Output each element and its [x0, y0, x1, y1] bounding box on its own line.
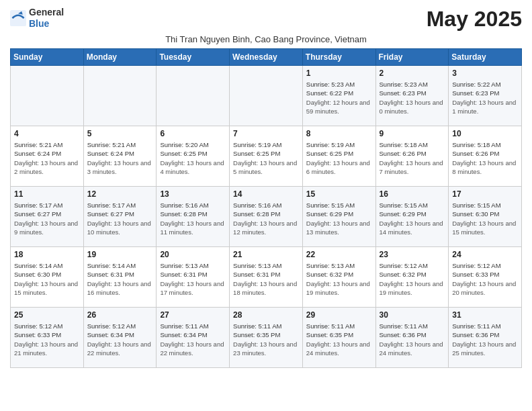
day-number: 6 [160, 129, 226, 138]
calendar-day-cell: 30Sunrise: 5:11 AMSunset: 6:36 PMDayligh… [375, 308, 449, 368]
day-number: 27 [160, 310, 226, 320]
calendar-day-cell: 13Sunrise: 5:16 AMSunset: 6:28 PMDayligh… [157, 187, 230, 247]
day-number: 8 [306, 129, 372, 138]
daylight-label: Daylight: 13 hours and 22 minutes. [160, 340, 224, 357]
day-number: 22 [306, 250, 372, 259]
day-info: Sunrise: 5:12 AMSunset: 6:33 PMDaylight:… [14, 322, 80, 357]
calendar-day-cell: 19Sunrise: 5:14 AMSunset: 6:31 PMDayligh… [83, 247, 157, 308]
calendar-day-cell: 7Sunrise: 5:19 AMSunset: 6:25 PMDaylight… [230, 126, 303, 187]
day-info: Sunrise: 5:17 AMSunset: 6:27 PMDaylight:… [87, 201, 153, 236]
day-info: Sunrise: 5:12 AMSunset: 6:32 PMDaylight:… [380, 261, 445, 297]
calendar-table: SundayMondayTuesdayWednesdayThursdayFrid… [10, 48, 522, 368]
calendar-day-cell [230, 66, 303, 126]
calendar-day-cell: 18Sunrise: 5:14 AMSunset: 6:30 PMDayligh… [11, 247, 84, 308]
day-info: Sunrise: 5:22 AMSunset: 6:23 PMDaylight:… [452, 80, 518, 116]
day-number: 17 [452, 189, 518, 199]
calendar-day-cell: 25Sunrise: 5:12 AMSunset: 6:33 PMDayligh… [11, 308, 84, 368]
daylight-label: Daylight: 13 hours and 15 minutes. [14, 280, 78, 296]
day-number: 20 [160, 250, 226, 259]
day-info: Sunrise: 5:13 AMSunset: 6:32 PMDaylight:… [306, 261, 372, 297]
day-number: 3 [452, 68, 518, 78]
title-block: May 2025 [427, 7, 522, 32]
daylight-label: Daylight: 13 hours and 15 minutes. [452, 220, 516, 236]
weekday-header: Monday [83, 49, 157, 66]
day-number: 19 [87, 250, 153, 259]
day-info: Sunrise: 5:19 AMSunset: 6:25 PMDaylight:… [233, 140, 299, 176]
day-info: Sunrise: 5:15 AMSunset: 6:30 PMDaylight:… [452, 201, 518, 236]
logo-text: General Blue [29, 7, 64, 30]
calendar-day-cell: 5Sunrise: 5:21 AMSunset: 6:24 PMDaylight… [83, 126, 157, 187]
day-info: Sunrise: 5:19 AMSunset: 6:25 PMDaylight:… [306, 140, 372, 176]
day-number: 24 [452, 250, 518, 259]
day-info: Sunrise: 5:11 AMSunset: 6:36 PMDaylight:… [380, 322, 445, 357]
logo-general: General [29, 7, 64, 17]
day-number: 16 [380, 189, 445, 199]
day-number: 13 [160, 189, 226, 199]
daylight-label: Daylight: 13 hours and 7 minutes. [380, 159, 443, 175]
daylight-label: Daylight: 13 hours and 23 minutes. [233, 340, 297, 357]
calendar-day-cell: 21Sunrise: 5:13 AMSunset: 6:31 PMDayligh… [230, 247, 303, 308]
calendar-week-row: 25Sunrise: 5:12 AMSunset: 6:33 PMDayligh… [11, 308, 522, 368]
day-number: 30 [380, 310, 445, 320]
calendar-day-cell: 16Sunrise: 5:15 AMSunset: 6:29 PMDayligh… [375, 187, 449, 247]
daylight-label: Daylight: 13 hours and 24 minutes. [380, 340, 443, 357]
daylight-label: Daylight: 13 hours and 9 minutes. [14, 220, 78, 236]
day-info: Sunrise: 5:14 AMSunset: 6:30 PMDaylight:… [14, 261, 80, 297]
daylight-label: Daylight: 13 hours and 21 minutes. [14, 340, 78, 357]
calendar-day-cell: 28Sunrise: 5:11 AMSunset: 6:35 PMDayligh… [230, 308, 303, 368]
calendar-day-cell: 1Sunrise: 5:23 AMSunset: 6:22 PMDaylight… [302, 66, 375, 126]
weekday-header: Wednesday [230, 49, 303, 66]
day-info: Sunrise: 5:14 AMSunset: 6:31 PMDaylight:… [87, 261, 153, 297]
day-info: Sunrise: 5:13 AMSunset: 6:31 PMDaylight:… [233, 261, 299, 297]
logo-blue: Blue [29, 18, 49, 29]
calendar-day-cell: 29Sunrise: 5:11 AMSunset: 6:35 PMDayligh… [302, 308, 375, 368]
calendar-day-cell: 31Sunrise: 5:11 AMSunset: 6:36 PMDayligh… [449, 308, 522, 368]
daylight-label: Daylight: 13 hours and 20 minutes. [452, 280, 516, 296]
weekday-header: Friday [375, 49, 449, 66]
day-info: Sunrise: 5:11 AMSunset: 6:36 PMDaylight:… [452, 322, 518, 357]
daylight-label: Daylight: 13 hours and 8 minutes. [452, 159, 516, 175]
daylight-label: Daylight: 13 hours and 6 minutes. [306, 159, 370, 175]
calendar-week-row: 1Sunrise: 5:23 AMSunset: 6:22 PMDaylight… [11, 66, 522, 126]
daylight-label: Daylight: 13 hours and 19 minutes. [380, 280, 443, 296]
subtitle: Thi Tran Nguyen Binh, Cao Bang Province,… [10, 34, 522, 44]
calendar-day-cell [11, 66, 84, 126]
daylight-label: Daylight: 13 hours and 25 minutes. [452, 340, 516, 357]
weekday-header: Thursday [302, 49, 375, 66]
daylight-label: Daylight: 13 hours and 22 minutes. [87, 340, 151, 357]
day-info: Sunrise: 5:15 AMSunset: 6:29 PMDaylight:… [380, 201, 445, 236]
calendar-day-cell: 20Sunrise: 5:13 AMSunset: 6:31 PMDayligh… [157, 247, 230, 308]
daylight-label: Daylight: 13 hours and 0 minutes. [380, 99, 443, 115]
calendar-week-row: 18Sunrise: 5:14 AMSunset: 6:30 PMDayligh… [11, 247, 522, 308]
day-number: 23 [380, 250, 445, 259]
calendar-day-cell: 23Sunrise: 5:12 AMSunset: 6:32 PMDayligh… [375, 247, 449, 308]
weekday-header: Tuesday [157, 49, 230, 66]
calendar-day-cell: 15Sunrise: 5:15 AMSunset: 6:29 PMDayligh… [302, 187, 375, 247]
calendar-day-cell: 8Sunrise: 5:19 AMSunset: 6:25 PMDaylight… [302, 126, 375, 187]
daylight-label: Daylight: 13 hours and 2 minutes. [14, 159, 78, 175]
calendar-day-cell: 12Sunrise: 5:17 AMSunset: 6:27 PMDayligh… [83, 187, 157, 247]
calendar-day-cell: 10Sunrise: 5:18 AMSunset: 6:26 PMDayligh… [449, 126, 522, 187]
day-info: Sunrise: 5:11 AMSunset: 6:35 PMDaylight:… [306, 322, 372, 357]
day-number: 29 [306, 310, 372, 320]
daylight-label: Daylight: 13 hours and 4 minutes. [160, 159, 224, 175]
day-info: Sunrise: 5:11 AMSunset: 6:34 PMDaylight:… [160, 322, 226, 357]
calendar-day-cell: 22Sunrise: 5:13 AMSunset: 6:32 PMDayligh… [302, 247, 375, 308]
calendar-day-cell: 24Sunrise: 5:12 AMSunset: 6:33 PMDayligh… [449, 247, 522, 308]
day-number: 31 [452, 310, 518, 320]
daylight-label: Daylight: 13 hours and 19 minutes. [306, 280, 370, 296]
logo: General Blue [10, 7, 64, 30]
calendar-day-cell: 17Sunrise: 5:15 AMSunset: 6:30 PMDayligh… [449, 187, 522, 247]
day-number: 26 [87, 310, 153, 320]
day-info: Sunrise: 5:12 AMSunset: 6:33 PMDaylight:… [452, 261, 518, 297]
day-number: 4 [14, 129, 80, 138]
day-info: Sunrise: 5:21 AMSunset: 6:24 PMDaylight:… [14, 140, 80, 176]
day-info: Sunrise: 5:23 AMSunset: 6:23 PMDaylight:… [380, 80, 445, 116]
daylight-label: Daylight: 13 hours and 3 minutes. [87, 159, 151, 175]
day-info: Sunrise: 5:16 AMSunset: 6:28 PMDaylight:… [160, 201, 226, 236]
month-title: May 2025 [427, 7, 522, 32]
day-number: 10 [452, 129, 518, 138]
calendar-day-cell [83, 66, 157, 126]
day-info: Sunrise: 5:16 AMSunset: 6:28 PMDaylight:… [233, 201, 299, 236]
page-header: General Blue May 2025 [10, 7, 522, 32]
